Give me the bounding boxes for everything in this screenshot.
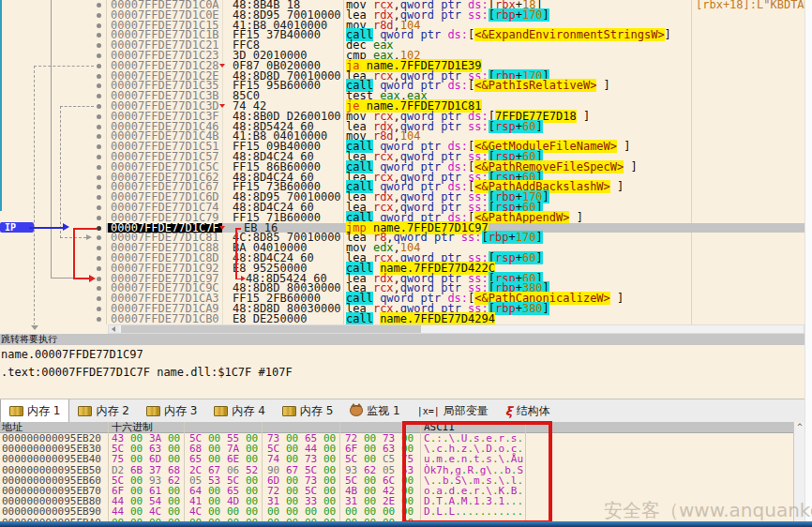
jump-line-conditional: [60, 106, 61, 238]
dump-byte: 00: [286, 506, 298, 517]
rip-arrow-head-icon: [63, 223, 69, 231]
dump-byte: 00: [168, 506, 180, 517]
dump-byte: 75: [112, 454, 124, 464]
tab-内存-2[interactable]: 内存 2: [69, 399, 137, 422]
tab-内存-3[interactable]: 内存 3: [138, 399, 205, 422]
jump-line-conditional: [60, 106, 94, 107]
dump-byte: 00: [246, 454, 258, 464]
dump-byte: 00: [364, 454, 376, 464]
dump-address: 000000000095EB40: [2, 454, 101, 464]
jump-bracket: [235, 228, 237, 279]
dump-byte: 00: [130, 454, 143, 464]
tab-局部变量[interactable]: 局部变量: [409, 399, 497, 422]
tab-内存-5[interactable]: 内存 5: [274, 399, 341, 422]
tab-结构体[interactable]: 结构体: [497, 399, 559, 422]
dump-byte: 00: [208, 454, 220, 464]
dump-byte: 4C: [189, 506, 202, 517]
dump-byte: 00: [345, 506, 357, 517]
jump-arrow-gray-icon: [86, 234, 92, 240]
dump-byte: 00: [246, 506, 258, 517]
scrollbar-thumb[interactable]: [121, 325, 421, 333]
dump-byte: 5C: [345, 454, 357, 464]
jump-target-label: name.00007FFDE77D1C97: [1, 348, 143, 361]
rip-arrow: [29, 227, 63, 229]
dump-byte: 00: [267, 506, 279, 517]
tab-label: 内存 4: [232, 403, 264, 419]
bottom-tab-bar: 内存 1内存 2内存 3内存 4内存 5监视 1局部变量结构体: [0, 399, 812, 422]
dump-byte: 00: [227, 506, 239, 517]
dump-byte: 00: [364, 506, 376, 517]
memory-icon: [78, 406, 92, 416]
dump-byte: 65: [189, 454, 202, 464]
disassembly-panel[interactable]: 00007FFDE77D1C0A48:8B4B 18mov rcx,qword …: [0, 0, 812, 324]
dump-byte: 74: [267, 454, 279, 464]
jump-direction-icon: [219, 226, 225, 230]
jump-direction-icon: [219, 64, 225, 68]
dump-byte: 00: [286, 454, 298, 464]
jump-arrow-taken-head-icon: [89, 275, 96, 282]
dump-byte: 4C: [149, 506, 161, 517]
memory-icon: [146, 406, 160, 416]
jump-arrow-taken: [73, 278, 89, 279]
tab-内存-1[interactable]: 内存 1: [0, 399, 69, 422]
dump-byte: 00: [305, 506, 317, 517]
memory-icon: [282, 406, 296, 416]
dump-byte: 73: [305, 454, 317, 464]
address-location-label: .text:00007FFDE77D1C7F name.dll:$1C7F #1…: [1, 366, 293, 379]
info-pane: name.00007FFDE77D1C97 .text:00007FFDE77D…: [0, 345, 812, 399]
instruction-text: call name.7FFDE77D4294: [346, 314, 495, 324]
dump-byte: C5: [383, 454, 395, 464]
dump-byte: 00: [168, 454, 180, 464]
dump-byte: 00: [383, 506, 395, 517]
panel-left-border: [0, 0, 2, 211]
horizontal-scrollbar[interactable]: [108, 324, 804, 334]
dump-byte: 00: [208, 506, 220, 517]
tab-label: 内存 5: [300, 403, 333, 419]
scroll-left-button[interactable]: [109, 325, 119, 333]
window-right-edge: [804, 0, 812, 527]
debugger-window: 00007FFDE77D1C0A48:8B4B 18mov rcx,qword …: [0, 0, 812, 527]
dump-address: 000000000095EB90: [2, 506, 101, 517]
jump-arrow-taken: [73, 228, 75, 279]
jump-flow-gutter: [0, 0, 103, 324]
jump-direction-icon: [219, 104, 225, 108]
dump-byte: 44: [112, 506, 124, 517]
jump-line-from-above: [51, 0, 52, 279]
instruction-bytes: E8 DE250000: [233, 314, 307, 324]
dump-byte: 00: [130, 506, 143, 517]
tab-label: 结构体: [517, 403, 550, 419]
tab-label: 内存 2: [96, 403, 128, 419]
tab-label: 监视 1: [367, 403, 399, 419]
jump-line-down-arrow-icon: [31, 325, 38, 330]
annotation-rectangle: [402, 421, 552, 524]
tab-label: 内存 3: [164, 403, 197, 419]
instruction-text: call qword ptr ds:[<&ExpandEnvironmentSt…: [346, 30, 671, 40]
window-bottom-border: [0, 521, 812, 527]
scroll-up-button[interactable]: [796, 423, 804, 431]
watch-icon: [350, 405, 363, 416]
dump-byte: 6E: [227, 454, 239, 464]
memory-icon: [214, 406, 228, 416]
jump-bracket-arrow-icon: [241, 276, 246, 281]
tab-监视-1[interactable]: 监视 1: [341, 399, 408, 422]
rip-label: IP: [5, 222, 16, 233]
dump-row[interactable]: 000000000095EB4075006D0065006E0074007300…: [0, 454, 793, 464]
instruction-comment: [rbx+18]:L"KBDTAM131: [696, 0, 812, 10]
watermark-text: 安全客（www.anquanke.com）: [604, 498, 812, 523]
jump-line-offscreen-down: [34, 66, 35, 324]
disasm-row[interactable]: 00007FFDE77D1CB0E8 DE250000call name.7FF…: [0, 314, 812, 324]
tab-label: 局部变量: [444, 403, 489, 419]
jump-line-offscreen-down: [34, 66, 94, 67]
dump-byte: 6D: [149, 454, 161, 464]
tab-内存-4[interactable]: 内存 4: [205, 399, 273, 422]
dump-byte: 00: [323, 454, 336, 464]
jump-arrow-taken: [73, 228, 97, 230]
instruction-address: 00007FFDE77D1CB0: [111, 314, 219, 324]
disassembly-rows: 00007FFDE77D1C0A48:8B4B 18mov rcx,qword …: [0, 0, 812, 324]
struct-icon: [505, 404, 513, 418]
memory-icon: [9, 406, 23, 416]
status-text: 跳转将要执行: [1, 334, 57, 344]
jump-bracket: [235, 228, 241, 230]
tab-label: 内存 1: [27, 403, 60, 419]
dump-byte: 00: [323, 506, 336, 517]
